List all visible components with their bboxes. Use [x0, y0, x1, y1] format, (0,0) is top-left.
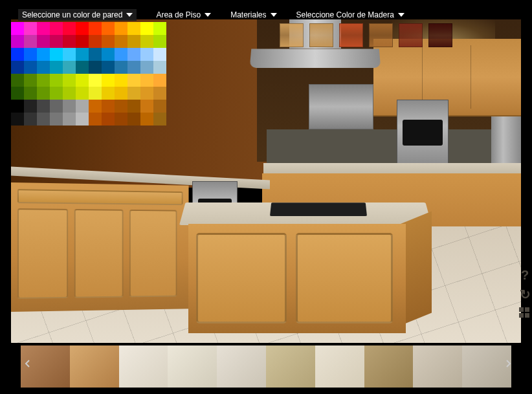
color-swatch[interactable] — [37, 100, 50, 113]
color-swatch[interactable] — [127, 74, 140, 87]
color-swatch[interactable] — [140, 35, 153, 48]
color-swatch[interactable] — [89, 100, 102, 113]
color-swatch[interactable] — [127, 61, 140, 74]
color-swatch[interactable] — [24, 74, 37, 87]
color-swatch[interactable] — [127, 22, 140, 35]
color-swatch[interactable] — [115, 48, 127, 61]
color-swatch[interactable] — [63, 74, 76, 87]
color-swatch[interactable] — [115, 22, 127, 35]
color-swatch[interactable] — [140, 22, 153, 35]
color-swatch[interactable] — [153, 48, 166, 61]
color-swatch[interactable] — [140, 100, 153, 113]
color-swatch[interactable] — [63, 87, 76, 100]
color-swatch[interactable] — [50, 22, 63, 35]
floor-thumb-tile-4[interactable] — [168, 345, 217, 388]
color-swatch[interactable] — [11, 87, 24, 100]
carousel-next[interactable] — [502, 355, 515, 373]
color-swatch[interactable] — [50, 113, 63, 126]
color-swatch[interactable] — [76, 61, 89, 74]
color-swatch[interactable] — [24, 61, 37, 74]
color-swatch[interactable] — [76, 48, 89, 61]
color-swatch[interactable] — [50, 87, 63, 100]
color-swatch[interactable] — [11, 22, 24, 35]
color-swatch[interactable] — [102, 22, 115, 35]
color-swatch[interactable] — [24, 113, 37, 126]
floor-thumb-tile-2[interactable] — [70, 345, 119, 388]
floor-thumb-tile-9[interactable] — [413, 345, 462, 388]
color-swatch[interactable] — [153, 35, 166, 48]
wood-swatch-natural-oak[interactable] — [309, 23, 333, 47]
color-swatch[interactable] — [127, 113, 140, 126]
help-button[interactable]: ? — [519, 268, 531, 283]
color-swatch[interactable] — [115, 87, 127, 100]
floor-thumb-tile-8[interactable] — [364, 345, 414, 388]
menu-materials[interactable]: Materiales — [230, 10, 276, 19]
color-swatch[interactable] — [89, 74, 102, 87]
color-swatch[interactable] — [63, 22, 76, 35]
color-swatch[interactable] — [140, 74, 153, 87]
color-swatch[interactable] — [37, 74, 50, 87]
color-swatch[interactable] — [127, 100, 140, 113]
menu-wall-color[interactable]: Seleccione un color de pared — [18, 9, 137, 21]
color-swatch[interactable] — [24, 48, 37, 61]
color-swatch[interactable] — [153, 87, 166, 100]
color-swatch[interactable] — [11, 74, 24, 87]
color-swatch[interactable] — [24, 35, 37, 48]
grid-view-button[interactable] — [519, 307, 531, 322]
color-swatch[interactable] — [153, 61, 166, 74]
color-swatch[interactable] — [24, 87, 37, 100]
color-swatch[interactable] — [153, 74, 166, 87]
menu-wood-color[interactable]: Seleccione Color de Madera — [296, 10, 405, 19]
color-swatch[interactable] — [37, 48, 50, 61]
color-swatch[interactable] — [76, 87, 89, 100]
color-swatch[interactable] — [140, 87, 153, 100]
color-swatch[interactable] — [76, 74, 89, 87]
floor-thumb-tile-7[interactable] — [315, 345, 364, 388]
color-swatch[interactable] — [89, 35, 102, 48]
color-swatch[interactable] — [89, 61, 102, 74]
color-swatch[interactable] — [50, 48, 63, 61]
color-swatch[interactable] — [50, 100, 63, 113]
color-swatch[interactable] — [63, 113, 76, 126]
color-swatch[interactable] — [11, 35, 24, 48]
refresh-button[interactable]: ↻ — [519, 288, 531, 302]
color-swatch[interactable] — [127, 48, 140, 61]
color-swatch[interactable] — [76, 113, 89, 126]
color-swatch[interactable] — [37, 113, 50, 126]
color-swatch[interactable] — [127, 35, 140, 48]
wood-swatch-cherry[interactable] — [399, 23, 423, 47]
color-swatch[interactable] — [115, 74, 127, 87]
color-swatch[interactable] — [153, 22, 166, 35]
color-swatch[interactable] — [37, 22, 50, 35]
color-swatch[interactable] — [11, 48, 24, 61]
color-swatch[interactable] — [115, 113, 127, 126]
color-swatch[interactable] — [11, 100, 24, 113]
color-swatch[interactable] — [37, 61, 50, 74]
color-swatch[interactable] — [11, 113, 24, 126]
wood-swatch-medium-wood[interactable] — [369, 23, 393, 47]
color-swatch[interactable] — [115, 61, 127, 74]
color-swatch[interactable] — [102, 74, 115, 87]
color-swatch[interactable] — [24, 22, 37, 35]
carousel-prev[interactable] — [21, 355, 34, 373]
color-swatch[interactable] — [76, 22, 89, 35]
color-swatch[interactable] — [63, 35, 76, 48]
color-swatch[interactable] — [140, 61, 153, 74]
color-swatch[interactable] — [63, 48, 76, 61]
color-swatch[interactable] — [11, 61, 24, 74]
color-swatch[interactable] — [140, 113, 153, 126]
color-swatch[interactable] — [37, 35, 50, 48]
color-swatch[interactable] — [37, 87, 50, 100]
color-swatch[interactable] — [50, 35, 63, 48]
color-swatch[interactable] — [50, 61, 63, 74]
color-swatch[interactable] — [89, 113, 102, 126]
color-swatch[interactable] — [63, 100, 76, 113]
floor-thumb-tile-3[interactable] — [119, 345, 168, 388]
color-swatch[interactable] — [153, 100, 166, 113]
color-swatch[interactable] — [102, 113, 115, 126]
color-swatch[interactable] — [115, 35, 127, 48]
color-swatch[interactable] — [89, 87, 102, 100]
wood-swatch-light-oak[interactable] — [280, 23, 304, 47]
color-swatch[interactable] — [50, 74, 63, 87]
color-swatch[interactable] — [89, 22, 102, 35]
